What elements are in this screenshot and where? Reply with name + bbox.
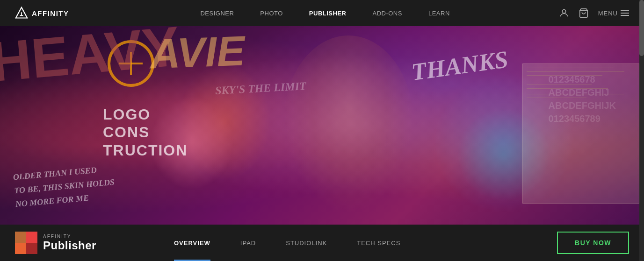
menu-button[interactable]: MENU — [598, 10, 629, 17]
sub-nav-ipad[interactable]: IPAD — [225, 225, 271, 261]
account-icon[interactable] — [559, 8, 569, 18]
svg-point-3 — [562, 10, 565, 13]
svg-rect-8 — [15, 243, 26, 254]
publisher-label: Publisher — [43, 239, 96, 252]
logo[interactable]: AFFINITY — [15, 7, 69, 20]
sub-nav-overview[interactable]: OVERVIEW — [159, 225, 225, 261]
menu-label-text: MENU — [598, 10, 618, 17]
scrollbar-thumb[interactable] — [639, 0, 644, 56]
cart-icon[interactable] — [579, 8, 589, 18]
svg-rect-9 — [26, 232, 37, 243]
sub-nav-links: OVERVIEW IPAD STUDIOLINK TECH SPECS — [159, 225, 542, 261]
hero-background: HEAVY AVIE thanks LOGO CONS TRUCTION 012… — [0, 26, 644, 225]
nav-item-learn[interactable]: LEARN — [415, 0, 463, 26]
hamburger-icon — [621, 10, 629, 16]
nav-item-add-ons[interactable]: ADD-ONS — [359, 0, 415, 26]
nav-item-photo[interactable]: PHOTO — [247, 0, 296, 26]
svg-rect-10 — [15, 232, 26, 243]
nav-right-actions: MENU — [559, 8, 629, 18]
buy-now-button[interactable]: BUY NOW — [557, 232, 629, 254]
graffiti-heavy: HEAVY — [0, 26, 182, 94]
hero-section: HEAVY AVIE thanks LOGO CONS TRUCTION 012… — [0, 26, 644, 225]
face-silhouette — [283, 35, 414, 213]
product-brand: AFFINITY Publisher — [0, 232, 159, 254]
sub-nav-studiolink[interactable]: STUDIOLINK — [271, 225, 342, 261]
top-navigation: AFFINITY DESIGNER PHOTO PUBLISHER ADD-ON… — [0, 0, 644, 26]
graffiti-logo-cons: LOGO CONS TRUCTION — [103, 106, 188, 159]
affinity-label: AFFINITY — [43, 234, 96, 239]
product-name-area: AFFINITY Publisher — [43, 234, 96, 252]
graffiti-handwriting: older than I usedto be, this skin holdsn… — [13, 162, 116, 211]
circle-plus-graphic — [108, 40, 154, 87]
receipt-overlay — [522, 63, 639, 204]
publisher-icon — [15, 232, 37, 254]
nav-links: DESIGNER PHOTO PUBLISHER ADD-ONS LEARN — [92, 0, 559, 26]
scrollbar-track[interactable] — [639, 0, 644, 261]
svg-rect-11 — [26, 243, 37, 254]
graffiti-overlay: HEAVY AVIE thanks LOGO CONS TRUCTION 012… — [0, 26, 644, 225]
sub-navigation: AFFINITY Publisher OVERVIEW IPAD STUDIOL… — [0, 225, 644, 261]
nav-item-publisher[interactable]: PUBLISHER — [296, 0, 360, 26]
sub-nav-tech-specs[interactable]: TECH SPECS — [342, 225, 415, 261]
nav-item-designer[interactable]: DESIGNER — [187, 0, 247, 26]
affinity-logo-icon — [15, 7, 28, 20]
affinity-logo-text: AFFINITY — [32, 9, 69, 17]
